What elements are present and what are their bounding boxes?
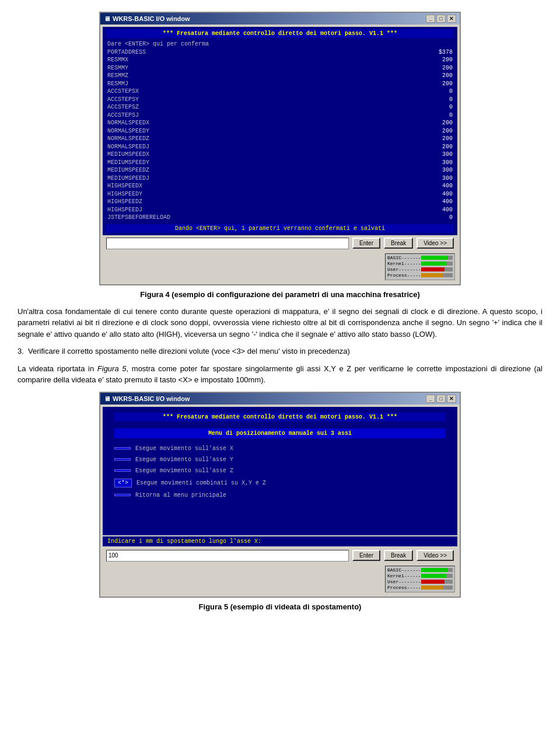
status-bar-row: User-------- bbox=[387, 579, 453, 584]
window2: 🖥 WKRS-BASIC I/O window _ □ ✕ *** Fresat… bbox=[99, 392, 461, 598]
menu-key: <*> bbox=[114, 479, 132, 487]
window2-input[interactable] bbox=[106, 550, 349, 562]
window2-controls: Enter Break Video >> bbox=[103, 548, 457, 564]
terminal-data-row: NORMALSPEEDZ200 bbox=[106, 135, 454, 143]
window1-status-area: BASIC------- Kernel------ User-------- P… bbox=[103, 252, 457, 282]
menu-desc: Esegue movimento sull'asse Z bbox=[135, 468, 233, 474]
terminal2: *** Fresatura mediante controllo diretto… bbox=[103, 407, 457, 535]
window1-body: *** Fresatura mediante controllo diretto… bbox=[100, 25, 460, 284]
window1-titlebar: 🖥 WKRS-BASIC I/O window _ □ ✕ bbox=[100, 13, 460, 25]
window2-enter-button[interactable]: Enter bbox=[352, 550, 380, 561]
status-bar-track bbox=[421, 568, 453, 572]
menu-item: Ritorna al menu principale bbox=[114, 492, 446, 498]
menu-item: Esegue movimento sull'asse X bbox=[114, 445, 446, 452]
figure2-caption: Figura 5 (esempio di videata di spostame… bbox=[18, 602, 542, 611]
menu-key bbox=[114, 447, 131, 449]
terminal1-header: *** Fresatura mediante controllo diretto… bbox=[106, 29, 454, 38]
terminal-data-row: RESMMY200 bbox=[106, 64, 454, 72]
window2-video-button[interactable]: Video >> bbox=[416, 550, 454, 561]
window-icon: 🖥 bbox=[104, 15, 110, 22]
window1-controls: Enter Break Video >> bbox=[103, 235, 457, 252]
menu-desc: Esegue movimenti combinati su X,Y e Z bbox=[136, 480, 266, 486]
terminal-data-row: NORMALSPEEDY200 bbox=[106, 127, 454, 135]
terminal-data-row: HIGHSPEEDJ400 bbox=[106, 206, 454, 214]
menu-items-area: Esegue movimento sull'asse XEsegue movim… bbox=[114, 445, 446, 498]
terminal2-prompt: Indicare i mm di spostamento lungo l'ass… bbox=[103, 536, 457, 546]
window2-body: *** Fresatura mediante controllo diretto… bbox=[100, 405, 460, 597]
window2-maximize-button[interactable]: □ bbox=[436, 395, 446, 403]
status-bar-fill bbox=[421, 568, 448, 572]
terminal1: *** Fresatura mediante controllo diretto… bbox=[103, 27, 457, 235]
window2-icon: 🖥 bbox=[104, 395, 110, 402]
menu-key bbox=[114, 458, 131, 461]
status-bar-track bbox=[421, 267, 453, 271]
window1-enter-button[interactable]: Enter bbox=[352, 238, 380, 249]
menu-key bbox=[114, 494, 131, 496]
terminal1-rows: PORTADDRESS$378RESMMX200RESMMY200RESMMZ2… bbox=[106, 48, 454, 222]
terminal-data-row: PORTADDRESS$378 bbox=[106, 48, 454, 57]
status-bar-fill bbox=[421, 256, 448, 260]
window2-minimize-button[interactable]: _ bbox=[426, 395, 435, 403]
terminal-data-row: NORMALSPEEDX200 bbox=[106, 119, 454, 127]
terminal2-header: *** Fresatura mediante controllo diretto… bbox=[114, 413, 446, 421]
close-button[interactable]: ✕ bbox=[447, 15, 456, 23]
terminal-data-row: HIGHSPEEDZ400 bbox=[106, 198, 454, 206]
window1-break-button[interactable]: Break bbox=[384, 238, 413, 249]
status-bar-row: User-------- bbox=[387, 267, 453, 272]
status-bar-row: Process----- bbox=[387, 585, 453, 590]
terminal-data-row: MEDIUMSPEEDJ300 bbox=[106, 175, 454, 183]
window2-title: WKRS-BASIC I/O window bbox=[113, 395, 190, 402]
status-bar-row: BASIC------- bbox=[387, 255, 453, 260]
section3-text: Verificare il corretto spostamento nelle… bbox=[28, 347, 350, 355]
status-bar-fill bbox=[421, 273, 443, 277]
status-bar-fill bbox=[421, 585, 443, 590]
menu-desc: Ritorna al menu principale bbox=[135, 492, 226, 498]
terminal-data-row: ACCSTEPSY0 bbox=[106, 96, 454, 104]
window2-break-button[interactable]: Break bbox=[384, 550, 413, 561]
figure1-caption: Figura 4 (esempio di configurazione dei … bbox=[18, 290, 542, 299]
paragraph2: La videata riportata in Figura 5, mostra… bbox=[18, 363, 542, 386]
menu-desc: Esegue movimento sull'asse X bbox=[135, 445, 233, 452]
terminal-data-row: MEDIUMSPEEDY300 bbox=[106, 159, 454, 167]
terminal-data-row: MEDIUMSPEEDX300 bbox=[106, 151, 454, 159]
window1-video-button[interactable]: Video >> bbox=[416, 238, 454, 249]
terminal-data-row: HIGHSPEEDX400 bbox=[106, 182, 454, 190]
paragraph1: Un'altra cosa fondamentale di cui tenere… bbox=[18, 306, 542, 340]
menu-item: Esegue movimento sull'asse Y bbox=[114, 456, 446, 463]
status-bar-row: Process----- bbox=[387, 273, 453, 278]
window2-close-button[interactable]: ✕ bbox=[447, 395, 456, 403]
terminal-data-row: RESMMJ200 bbox=[106, 80, 454, 88]
status-bar-row: Kernel------ bbox=[387, 261, 453, 266]
status-bar-fill bbox=[421, 580, 445, 584]
terminal-data-row: NORMALSPEEDJ200 bbox=[106, 143, 454, 151]
section3: 3. Verificare il corretto spostamento ne… bbox=[18, 346, 542, 357]
menu-item: Esegue movimento sull'asse Z bbox=[114, 468, 446, 474]
maximize-button[interactable]: □ bbox=[436, 15, 446, 23]
terminal-data-row: RESMMX200 bbox=[106, 56, 454, 64]
minimize-button[interactable]: _ bbox=[426, 15, 435, 23]
window2-status-area: BASIC------- Kernel------ User-------- P… bbox=[103, 564, 457, 594]
terminal-data-row: HIGHSPEEDY400 bbox=[106, 190, 454, 198]
terminal1-footer: Dando <ENTER> qui, i parametri verranno … bbox=[106, 224, 454, 233]
terminal-data-row: ACCSTEPSX0 bbox=[106, 88, 454, 96]
terminal-data-row: JSTEPSBEFORERELOAD0 bbox=[106, 214, 454, 222]
window1: 🖥 WKRS-BASIC I/O window _ □ ✕ *** Fresat… bbox=[99, 12, 461, 285]
status-bar-row: BASIC------- bbox=[387, 567, 453, 573]
status-bar-track bbox=[421, 262, 453, 266]
window1-status-bars: BASIC------- Kernel------ User-------- P… bbox=[385, 253, 455, 280]
window1-input[interactable] bbox=[106, 238, 349, 249]
status-bar-track bbox=[421, 256, 453, 260]
menu-key bbox=[114, 469, 131, 472]
status-bar-track bbox=[421, 273, 453, 277]
terminal-data-row: MEDIUMSPEEDZ300 bbox=[106, 166, 454, 175]
window1-input-row: Enter Break Video >> bbox=[106, 238, 454, 249]
status-bar-track bbox=[421, 580, 453, 584]
window1-title: WKRS-BASIC I/O window bbox=[113, 15, 190, 22]
status-bar-track bbox=[421, 585, 453, 590]
menu-desc: Esegue movimento sull'asse Y bbox=[135, 456, 233, 463]
window2-titlebar: 🖥 WKRS-BASIC I/O window _ □ ✕ bbox=[100, 393, 460, 405]
terminal-data-row: RESMMZ200 bbox=[106, 72, 454, 80]
window2-status-bars: BASIC------- Kernel------ User-------- P… bbox=[385, 566, 455, 592]
status-bar-fill bbox=[421, 267, 445, 271]
menu-header: Menu di posizionamento manuale sui 3 ass… bbox=[114, 428, 446, 438]
